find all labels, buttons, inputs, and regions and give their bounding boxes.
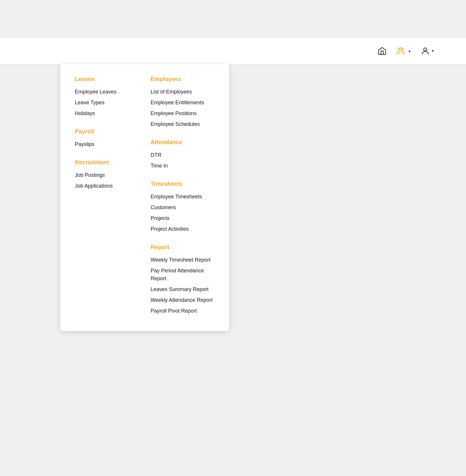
employee-leaves-link[interactable]: Employee Leaves — [75, 87, 133, 97]
employee-schedules-link[interactable]: Employee Schedules — [151, 119, 215, 130]
user-dropdown-arrow: ▼ — [431, 49, 435, 53]
payroll-section-title: Payroll — [75, 128, 133, 135]
holidays-link[interactable]: Holidays — [75, 108, 133, 119]
leaves-section-title: Leaves — [75, 76, 133, 82]
list-of-employees-link[interactable]: List of Employees — [151, 87, 215, 97]
payroll-section: Payroll Payslips — [75, 128, 133, 150]
header-icons: ▲ ▼ — [375, 45, 437, 57]
employees-section-title: Employees — [151, 76, 215, 82]
employees-section: Employees List of Employees Employee Ent… — [151, 76, 215, 130]
leaves-summary-report-link[interactable]: Leaves Summary Report — [151, 284, 215, 295]
svg-point-3 — [424, 48, 427, 51]
project-activities-link[interactable]: Project Activities — [151, 224, 215, 235]
dtr-link[interactable]: DTR — [151, 150, 215, 161]
leaves-section: Leaves Employee Leaves Leave Types Holid… — [75, 76, 133, 119]
menu-right-column: Employees List of Employees Employee Ent… — [151, 76, 215, 316]
payroll-pivot-report-link[interactable]: Payroll Pivot Report — [151, 306, 215, 316]
attendance-section-title: Attendance — [151, 139, 215, 146]
weekly-timesheet-report-link[interactable]: Weekly Timesheet Report — [151, 255, 215, 265]
pay-period-attendance-report-link[interactable]: Pay Period Attendance Report — [151, 265, 215, 284]
header-bar: ▲ ▼ — [0, 38, 466, 64]
leave-types-link[interactable]: Leave Types — [75, 97, 133, 108]
time-in-link[interactable]: Time In — [151, 161, 215, 171]
home-button[interactable] — [375, 45, 389, 57]
people-icon — [396, 46, 407, 56]
employee-positions-link[interactable]: Employee Positions — [151, 108, 215, 119]
navigation-dropdown: Leaves Employee Leaves Leave Types Holid… — [60, 64, 229, 331]
attendance-section: Attendance DTR Time In — [151, 139, 215, 171]
customers-link[interactable]: Customers — [151, 202, 215, 213]
recruitment-section: Recruitment Job Postings Job Application… — [75, 159, 133, 191]
projects-link[interactable]: Projects — [151, 213, 215, 224]
payslips-link[interactable]: Payslips — [75, 139, 133, 150]
employee-timesheets-link[interactable]: Employee Timesheets — [151, 191, 215, 202]
weekly-attendance-report-link[interactable]: Weekly Attendance Report — [151, 295, 215, 306]
home-icon — [377, 46, 387, 56]
recruitment-section-title: Recruitment — [75, 159, 133, 166]
timesheets-section: Timesheets Employee Timesheets Customers… — [151, 181, 215, 235]
timesheets-section-title: Timesheets — [151, 181, 215, 187]
background-bottom — [0, 374, 466, 476]
report-section: Report Weekly Timesheet Report Pay Perio… — [151, 244, 215, 316]
menu-left-column: Leaves Employee Leaves Leave Types Holid… — [75, 76, 133, 316]
people-menu-button[interactable]: ▲ — [394, 45, 414, 57]
user-menu-button[interactable]: ▼ — [418, 45, 437, 57]
job-applications-link[interactable]: Job Applications — [75, 181, 133, 191]
user-icon — [421, 46, 430, 56]
job-postings-link[interactable]: Job Postings — [75, 170, 133, 181]
employee-entitlements-link[interactable]: Employee Entitlements — [151, 97, 215, 108]
report-section-title: Report — [151, 244, 215, 251]
people-dropdown-arrow: ▲ — [408, 49, 411, 53]
